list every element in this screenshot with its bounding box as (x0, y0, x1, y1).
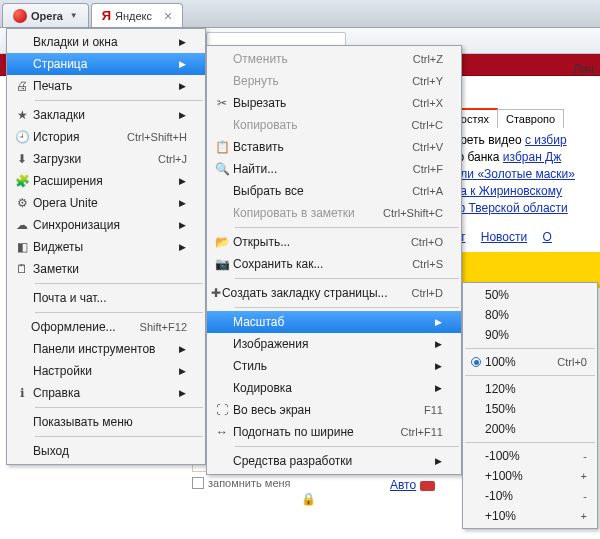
submenu-arrow-icon: ▶ (177, 176, 187, 186)
menu-item-label: 80% (485, 308, 587, 322)
submenu-arrow-icon: ▶ (177, 388, 187, 398)
menu-item[interactable]: Средства разработки▶ (207, 450, 461, 472)
menu-item-label: 150% (485, 402, 587, 416)
car-icon (420, 481, 435, 491)
menu-item-label: Справка (33, 386, 171, 400)
menu-item[interactable]: Показывать меню (7, 411, 205, 433)
news-tab-2[interactable]: Ставропо (497, 109, 564, 128)
news-link-2[interactable]: избран Дж (503, 150, 561, 164)
menu-item[interactable]: Выход (7, 440, 205, 462)
menu-icon: 🕘 (11, 130, 33, 144)
menu-shortcut: Ctrl+J (158, 153, 187, 165)
menu-item-label: 100% (485, 355, 533, 369)
sublink-novosti[interactable]: Новости (481, 230, 527, 244)
menu-item-label: Создать закладку страницы... (222, 286, 388, 300)
close-icon[interactable]: × (164, 8, 172, 24)
menu-item[interactable]: Изображения▶ (207, 333, 461, 355)
menu-item[interactable]: 📂Открыть...Ctrl+O (207, 231, 461, 253)
menu-icon: 🔍 (211, 162, 233, 176)
submenu-arrow-icon: ▶ (433, 456, 443, 466)
menu-shortcut: Ctrl+Shift+C (383, 207, 443, 219)
menu-item[interactable]: 50% (463, 285, 597, 305)
menu-item-label: Показывать меню (33, 415, 187, 429)
menu-item[interactable]: 🖨Печать▶ (7, 75, 205, 97)
menu-shortcut: Ctrl+X (412, 97, 443, 109)
menu-item-label: Выход (33, 444, 187, 458)
menu-item[interactable]: -100%- (463, 446, 597, 466)
menu-item-label: Кодировка (233, 381, 427, 395)
menu-item-label: 50% (485, 288, 587, 302)
menu-item[interactable]: ℹСправка▶ (7, 382, 205, 404)
menu-icon: 🖨 (11, 79, 33, 93)
menu-item[interactable]: Настройки▶ (7, 360, 205, 382)
remember-checkbox[interactable]: запомнить меня (192, 477, 316, 489)
menu-item[interactable]: Панели инструментов▶ (7, 338, 205, 360)
menu-item-label: Найти... (233, 162, 389, 176)
menu-item[interactable]: +100%+ (463, 466, 597, 486)
menu-item[interactable]: 200% (463, 419, 597, 439)
menu-item[interactable]: 🧩Расширения▶ (7, 170, 205, 192)
submenu-arrow-icon: ▶ (177, 37, 187, 47)
tab-title: Яндекс (115, 10, 152, 22)
menu-item[interactable]: ⛶Во весь экранF11 (207, 399, 461, 421)
opera-menu-button[interactable]: Opera ▼ (2, 3, 89, 27)
menu-item[interactable]: +10%+ (463, 506, 597, 526)
menu-item[interactable]: ⚙Opera Unite▶ (7, 192, 205, 214)
menu-item[interactable]: ◧Виджеты▶ (7, 236, 205, 258)
menu-item[interactable]: Масштаб▶ (207, 311, 461, 333)
sublink-o[interactable]: О (543, 230, 552, 244)
menu-shortcut: - (583, 490, 587, 502)
submenu-arrow-icon: ▶ (177, 110, 187, 120)
menu-item[interactable]: ★Закладки▶ (7, 104, 205, 126)
submenu-arrow-icon: ▶ (433, 317, 443, 327)
menu-item[interactable]: ↔Подогнать по ширинеCtrl+F11 (207, 421, 461, 443)
submenu-arrow-icon: ▶ (433, 361, 443, 371)
menu-item[interactable]: Почта и чат... (7, 287, 205, 309)
menu-item[interactable]: 80% (463, 305, 597, 325)
menu-item[interactable]: 📷Сохранить как...Ctrl+S (207, 253, 461, 275)
menu-item[interactable]: ⬇ЗагрузкиCtrl+J (7, 148, 205, 170)
menu-item-label: Вырезать (233, 96, 388, 110)
menu-shortcut: Ctrl+D (412, 287, 443, 299)
menu-item[interactable]: 100%Ctrl+0 (463, 352, 597, 372)
menu-item[interactable]: Кодировка▶ (207, 377, 461, 399)
menu-item: ВернутьCtrl+Y (207, 70, 461, 92)
opera-logo-icon (13, 9, 27, 23)
submenu-arrow-icon: ▶ (177, 198, 187, 208)
menu-item[interactable]: Выбрать всеCtrl+A (207, 180, 461, 202)
menu-icon: ☁ (11, 218, 33, 232)
menu-item-label: Opera Unite (33, 196, 171, 210)
menu-item[interactable]: ✂ВырезатьCtrl+X (207, 92, 461, 114)
avto-link[interactable]: Авто (390, 478, 416, 492)
news-link-1[interactable]: с избир (525, 133, 567, 147)
submenu-arrow-icon: ▶ (177, 59, 187, 69)
menu-item[interactable]: 🗒Заметки (7, 258, 205, 280)
menu-item[interactable]: ☁Синхронизация▶ (7, 214, 205, 236)
submenu-arrow-icon: ▶ (433, 339, 443, 349)
menu-item-label: Копировать (233, 118, 388, 132)
menu-icon: 📷 (211, 257, 233, 271)
menu-item[interactable]: 🕘ИсторияCtrl+Shift+H (7, 126, 205, 148)
menu-item[interactable]: Оформление...Shift+F12 (7, 316, 205, 338)
menu-item-label: Вернуть (233, 74, 388, 88)
menu-item[interactable]: 📋ВставитьCtrl+V (207, 136, 461, 158)
menu-item[interactable]: -10%- (463, 486, 597, 506)
menu-item[interactable]: 🔍Найти...Ctrl+F (207, 158, 461, 180)
menu-item-label: Настройки (33, 364, 171, 378)
submenu-arrow-icon: ▶ (177, 81, 187, 91)
menu-item[interactable]: 90% (463, 325, 597, 345)
checkbox-icon (192, 477, 204, 489)
menu-item[interactable]: Стиль▶ (207, 355, 461, 377)
menu-icon: ↔ (211, 425, 233, 439)
menu-icon: ⚙ (11, 196, 33, 210)
menu-item[interactable]: ✚Создать закладку страницы...Ctrl+D (207, 282, 461, 304)
menu-icon: 📂 (211, 235, 233, 249)
tab-yandex[interactable]: Я Яндекс × (91, 3, 184, 27)
menu-item[interactable]: 150% (463, 399, 597, 419)
menu-item[interactable]: 120% (463, 379, 597, 399)
menu-item[interactable]: Вкладки и окна▶ (7, 31, 205, 53)
menu-item-label: Выбрать все (233, 184, 388, 198)
menu-item: ОтменитьCtrl+Z (207, 48, 461, 70)
menu-item[interactable]: Страница▶ (7, 53, 205, 75)
menu-item-label: Расширения (33, 174, 171, 188)
